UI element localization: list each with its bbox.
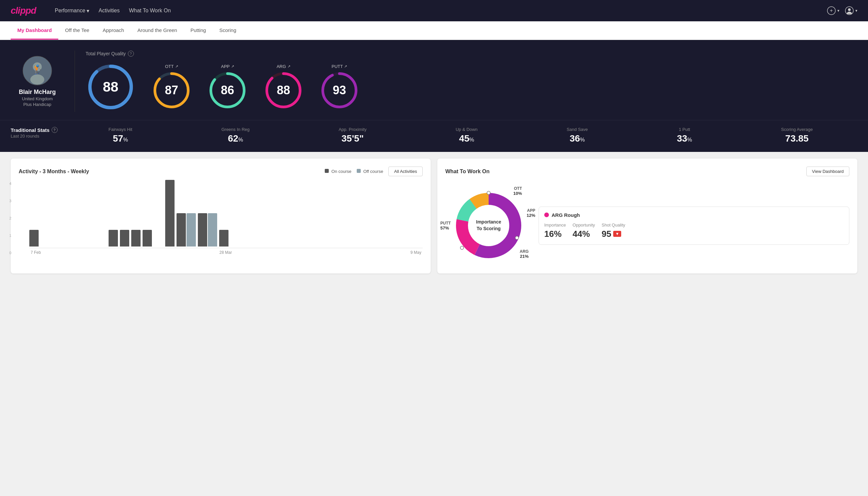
stat-scoring-value: 73.85 — [785, 133, 809, 144]
circle-ott-value: 87 — [165, 83, 178, 97]
stats-label-col: Traditional Stats ? Last 20 rounds — [11, 127, 64, 139]
bar-off-course — [187, 213, 196, 247]
chevron-down-icon: ▾ — [86, 7, 89, 14]
circle-ott-chart: 87 — [152, 70, 191, 110]
stat-fairways-hit: Fairways Hit 57% — [109, 127, 132, 144]
stat-fairways-value: 57% — [113, 133, 128, 144]
chevron-down-icon: ▾ — [837, 8, 839, 13]
bar-group — [165, 180, 175, 247]
info-icon[interactable]: ? — [52, 127, 58, 133]
circle-arg: ARG ↗ 88 — [264, 64, 303, 110]
chart-y-labels: 01234 — [9, 182, 11, 255]
circle-overall-value: 88 — [103, 79, 119, 95]
bar-off-course — [208, 213, 217, 247]
stat-greens-value: 62% — [228, 133, 243, 144]
circle-putt: PUTT ↗ 93 — [319, 64, 359, 110]
nav-performance[interactable]: Performance ▾ — [54, 7, 89, 14]
player-info: 🏌️ Blair McHarg United Kingdom Plus Hand… — [11, 56, 64, 107]
quality-circles: 88 OTT ↗ 87 AP — [85, 62, 857, 112]
stat-app-proximity: App. Proximity 35'5" — [339, 127, 367, 144]
chevron-down-icon: ▾ — [855, 8, 857, 13]
circle-ott-label: OTT ↗ — [165, 64, 178, 69]
avatar: 🏌️ — [23, 56, 52, 85]
arg-importance-value: 16% — [544, 229, 566, 239]
circle-app: APP ↗ 86 — [207, 64, 248, 110]
arg-dot — [544, 213, 549, 217]
activity-chart-card: Activity - 3 Months - Weekly On course O… — [11, 158, 431, 274]
user-menu-button[interactable]: ▾ — [845, 6, 857, 15]
trend-up-icon: ↗ — [231, 64, 234, 68]
nav-links: Performance ▾ Activities What To Work On — [54, 7, 171, 14]
circle-app-label: APP ↗ — [221, 64, 234, 69]
bar-on-course — [165, 180, 175, 247]
bar-group — [29, 230, 38, 247]
putt-label: PUTT 57% — [440, 221, 451, 231]
bar-on-course — [143, 230, 152, 247]
tab-approach[interactable]: Approach — [96, 21, 130, 40]
bar-group — [176, 213, 196, 247]
logo[interactable]: clippd — [11, 5, 36, 16]
arg-label: ARG 21% — [520, 249, 528, 259]
player-country: United Kingdom — [22, 96, 53, 101]
info-icon[interactable]: ? — [128, 51, 134, 57]
tab-around-the-green[interactable]: Around the Green — [130, 21, 184, 40]
stat-up-down: Up & Down 45% — [456, 127, 478, 144]
bar-on-course — [29, 230, 38, 247]
trend-up-icon: ↗ — [287, 64, 290, 68]
bar-on-course — [219, 230, 228, 247]
circle-putt-label: PUTT ↗ — [332, 64, 347, 69]
bar-group — [131, 230, 141, 247]
stats-title: Traditional Stats ? — [11, 127, 64, 133]
hero-section: 🏌️ Blair McHarg United Kingdom Plus Hand… — [0, 40, 868, 120]
stat-ud-value: 45% — [459, 133, 474, 144]
player-name: Blair McHarg — [19, 89, 56, 96]
circle-putt-value: 93 — [333, 83, 346, 97]
trend-up-icon: ↗ — [175, 64, 178, 68]
bar-chart — [29, 182, 423, 248]
tab-putting[interactable]: Putting — [184, 21, 213, 40]
bar-on-course — [131, 230, 141, 247]
donut-center: ImportanceTo Scoring — [476, 219, 501, 232]
stat-app-value: 35'5" — [342, 133, 364, 144]
off-course-dot — [357, 169, 361, 173]
stat-sand-label: Sand Save — [567, 127, 588, 132]
add-button[interactable]: + ▾ — [827, 6, 839, 15]
down-badge: ▼ — [613, 231, 621, 237]
sub-nav: My Dashboard Off the Tee Approach Around… — [0, 21, 868, 40]
svg-point-24 — [487, 191, 490, 195]
stat-sand-save: Sand Save 36% — [567, 127, 588, 144]
view-dashboard-button[interactable]: View Dashboard — [806, 167, 849, 176]
stat-1-putt: 1 Putt 33% — [677, 127, 692, 144]
tab-scoring[interactable]: Scoring — [212, 21, 243, 40]
nav-activities[interactable]: Activities — [99, 7, 120, 14]
bar-group — [143, 230, 152, 247]
chart-legend: On course Off course — [325, 169, 383, 174]
wtwo-card-title: What To Work On — [445, 169, 490, 174]
arg-importance: Importance 16% — [544, 222, 566, 239]
all-activities-button[interactable]: All Activities — [388, 167, 423, 176]
wtwo-card-header: What To Work On View Dashboard — [445, 167, 849, 176]
what-to-work-on-card: What To Work On View Dashboard — [437, 158, 857, 274]
wtwo-body: ImportanceTo Scoring OTT 10% APP 12% ARG… — [445, 186, 849, 265]
stat-scoring-avg: Scoring Average 73.85 — [781, 127, 813, 144]
bar-group — [109, 230, 118, 247]
quality-title: Total Player Quality ? — [85, 51, 857, 57]
arg-shot-quality-label: Shot Quality — [601, 222, 625, 228]
stats-items: Fairways Hit 57% Greens In Reg 62% App. … — [64, 127, 857, 144]
stat-app-label: App. Proximity — [339, 127, 367, 132]
tab-off-the-tee[interactable]: Off the Tee — [58, 21, 96, 40]
cards-row: Activity - 3 Months - Weekly On course O… — [0, 152, 868, 280]
svg-point-6 — [30, 74, 44, 84]
app-label: APP 12% — [526, 208, 535, 218]
stat-ud-label: Up & Down — [456, 127, 478, 132]
bar-group — [219, 230, 228, 247]
svg-text:🏌️: 🏌️ — [32, 64, 43, 75]
arg-panel-title: ARG Rough — [544, 212, 844, 218]
tab-my-dashboard[interactable]: My Dashboard — [11, 21, 58, 40]
circle-overall: 88 — [85, 62, 136, 112]
trend-up-icon: ↗ — [344, 64, 347, 68]
svg-point-25 — [515, 236, 519, 239]
arg-importance-label: Importance — [544, 222, 566, 228]
arg-panel: ARG Rough Importance 16% Opportunity 44%… — [539, 206, 849, 245]
nav-what-to-work-on[interactable]: What To Work On — [129, 7, 171, 14]
